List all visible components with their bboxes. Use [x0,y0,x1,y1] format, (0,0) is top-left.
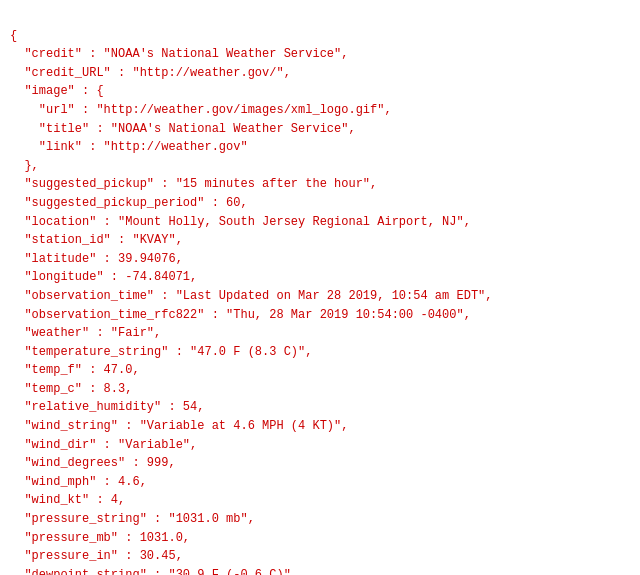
json-line-10: "location" : "Mount Holly, South Jersey … [10,213,630,232]
json-line-19: "temp_c" : 8.3, [10,380,630,399]
json-line-6: "link" : "http://weather.gov" [10,138,630,157]
json-line-0: { [10,27,630,46]
json-line-25: "wind_kt" : 4, [10,491,630,510]
json-line-17: "temperature_string" : "47.0 F (8.3 C)", [10,343,630,362]
json-line-5: "title" : "NOAA's National Weather Servi… [10,120,630,139]
json-line-26: "pressure_string" : "1031.0 mb", [10,510,630,529]
json-line-18: "temp_f" : 47.0, [10,361,630,380]
json-line-15: "observation_time_rfc822" : "Thu, 28 Mar… [10,306,630,325]
json-line-12: "latitude" : 39.94076, [10,250,630,269]
json-line-28: "pressure_in" : 30.45, [10,547,630,566]
json-line-2: "credit_URL" : "http://weather.gov/", [10,64,630,83]
json-line-13: "longitude" : -74.84071, [10,268,630,287]
json-line-8: "suggested_pickup" : "15 minutes after t… [10,175,630,194]
json-line-24: "wind_mph" : 4.6, [10,473,630,492]
json-line-21: "wind_string" : "Variable at 4.6 MPH (4 … [10,417,630,436]
json-line-29: "dewpoint_string" : "30.9 F (-0.6 C)", [10,566,630,575]
json-line-4: "url" : "http://weather.gov/images/xml_l… [10,101,630,120]
json-line-23: "wind_degrees" : 999, [10,454,630,473]
json-line-20: "relative_humidity" : 54, [10,398,630,417]
json-line-7: }, [10,157,630,176]
json-line-27: "pressure_mb" : 1031.0, [10,529,630,548]
json-line-22: "wind_dir" : "Variable", [10,436,630,455]
json-display: { "credit" : "NOAA's National Weather Se… [10,8,630,575]
json-line-11: "station_id" : "KVAY", [10,231,630,250]
json-line-9: "suggested_pickup_period" : 60, [10,194,630,213]
json-line-14: "observation_time" : "Last Updated on Ma… [10,287,630,306]
json-line-16: "weather" : "Fair", [10,324,630,343]
json-line-1: "credit" : "NOAA's National Weather Serv… [10,45,630,64]
json-line-3: "image" : { [10,82,630,101]
